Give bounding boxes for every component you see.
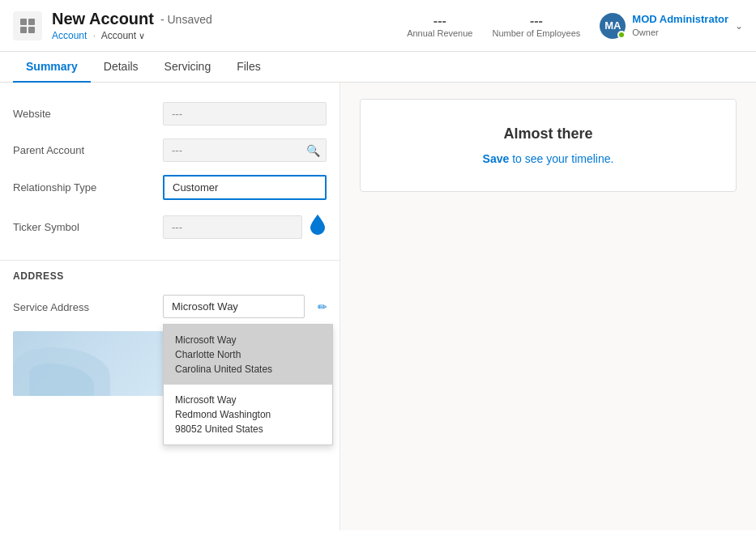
timeline-subtitle: Save to see your timeline. bbox=[380, 152, 716, 165]
service-address-label: Service Address bbox=[13, 295, 163, 313]
timeline-almost-there: Almost there bbox=[380, 125, 716, 143]
avatar: MA bbox=[600, 13, 626, 39]
user-info: MOD Administrator Owner bbox=[632, 13, 728, 38]
relationship-type-label: Relationship Type bbox=[13, 181, 163, 194]
svg-rect-2 bbox=[20, 27, 27, 33]
online-badge bbox=[617, 31, 626, 39]
page-title: New Account - Unsaved bbox=[52, 10, 407, 28]
edit-icon[interactable]: ✏ bbox=[318, 300, 327, 313]
website-value: --- bbox=[163, 102, 327, 125]
service-address-row: Service Address ✏ Microsoft Way Charlott… bbox=[0, 288, 340, 325]
relationship-type-value bbox=[163, 175, 327, 200]
select-save-link[interactable]: Save bbox=[483, 152, 510, 165]
app-icon bbox=[13, 11, 42, 40]
user-profile[interactable]: MA MOD Administrator Owner ⌄ bbox=[600, 13, 743, 39]
website-label: Website bbox=[13, 108, 163, 120]
timeline-subtitle-text: to see your timeline. bbox=[512, 152, 613, 165]
breadcrumb: Account · Account ∨ bbox=[52, 30, 407, 41]
parent-account-label: Parent Account bbox=[13, 144, 163, 156]
tab-summary[interactable]: Summary bbox=[13, 52, 91, 83]
header-title-area: New Account - Unsaved Account · Account … bbox=[52, 10, 407, 41]
header-meta: --- Annual Revenue --- Number of Employe… bbox=[407, 14, 580, 38]
relationship-type-input[interactable] bbox=[163, 175, 327, 200]
main-content: Website --- Parent Account 🔍 Relationshi… bbox=[0, 83, 756, 530]
website-row: Website --- bbox=[13, 96, 327, 132]
tab-servicing[interactable]: Servicing bbox=[152, 52, 224, 83]
droplet-icon bbox=[309, 213, 327, 240]
ticker-symbol-value: --- bbox=[163, 213, 327, 240]
address-section-header: ADDRESS bbox=[0, 260, 340, 288]
right-panel: Almost there Save to see your timeline. bbox=[340, 83, 756, 530]
address-suggestion-2[interactable]: Microsoft Way Redmond Washington 98052 U… bbox=[164, 385, 332, 445]
annual-revenue: --- Annual Revenue bbox=[407, 14, 472, 38]
address-suggestions-dropdown: Microsoft Way Charlotte North Carolina U… bbox=[163, 324, 333, 445]
parent-account-input-wrapper: 🔍 bbox=[163, 138, 327, 162]
tab-bar: Summary Details Servicing Files bbox=[0, 52, 756, 83]
parent-account-row: Parent Account 🔍 bbox=[13, 132, 327, 168]
parent-account-input[interactable] bbox=[163, 138, 327, 162]
chevron-down-icon: ⌄ bbox=[735, 20, 743, 32]
service-address-value: ✏ Microsoft Way Charlotte North Carolina… bbox=[163, 295, 327, 318]
tab-details[interactable]: Details bbox=[91, 52, 152, 83]
address-input-wrapper: ✏ bbox=[163, 295, 305, 318]
timeline-card: Almost there Save to see your timeline. bbox=[360, 99, 737, 192]
ticker-symbol-input[interactable]: --- bbox=[163, 215, 302, 239]
tab-files[interactable]: Files bbox=[224, 52, 274, 83]
address-suggestion-1[interactable]: Microsoft Way Charlotte North Carolina U… bbox=[164, 325, 332, 385]
svg-rect-0 bbox=[20, 19, 27, 25]
search-icon[interactable]: 🔍 bbox=[306, 144, 320, 157]
address-input[interactable] bbox=[163, 295, 305, 318]
website-input[interactable]: --- bbox=[163, 102, 327, 125]
ticker-symbol-label: Ticker Symbol bbox=[13, 221, 163, 233]
app-header: New Account - Unsaved Account · Account … bbox=[0, 0, 756, 52]
num-employees: --- Number of Employees bbox=[492, 14, 580, 38]
svg-rect-1 bbox=[28, 19, 35, 25]
form-section: Website --- Parent Account 🔍 Relationshi… bbox=[0, 83, 340, 260]
left-panel: Website --- Parent Account 🔍 Relationshi… bbox=[0, 83, 340, 530]
relationship-type-input-wrapper bbox=[163, 175, 327, 200]
parent-account-value: 🔍 bbox=[163, 138, 327, 162]
ticker-symbol-wrapper: --- bbox=[163, 213, 327, 240]
ticker-symbol-row: Ticker Symbol --- bbox=[13, 206, 327, 247]
svg-rect-3 bbox=[28, 27, 35, 33]
relationship-type-row: Relationship Type bbox=[13, 168, 327, 206]
